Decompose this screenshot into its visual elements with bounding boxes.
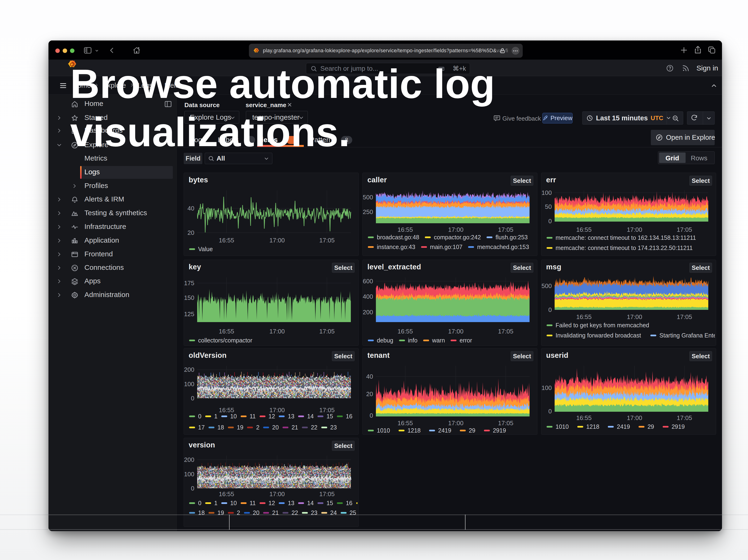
svg-text:k6: k6: [74, 213, 76, 216]
